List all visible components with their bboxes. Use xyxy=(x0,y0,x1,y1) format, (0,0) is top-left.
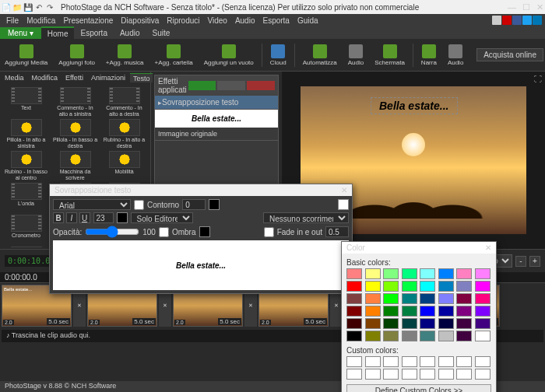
shadow-checkbox[interactable] xyxy=(159,227,169,237)
text-color-swatch[interactable] xyxy=(117,212,128,223)
custom-color-swatch[interactable] xyxy=(383,356,399,367)
color-swatch[interactable] xyxy=(383,293,399,304)
color-swatch[interactable] xyxy=(438,293,454,304)
color-swatch[interactable] xyxy=(456,331,472,341)
menu-video[interactable]: Video xyxy=(204,16,230,26)
tab-suite[interactable]: Suite xyxy=(146,27,177,39)
facebook-icon[interactable] xyxy=(512,16,522,25)
menu-audio[interactable]: Audio xyxy=(232,16,258,26)
maximize-button[interactable]: ☐ xyxy=(522,2,530,12)
tab-audio[interactable]: Audio xyxy=(114,27,146,39)
color-swatch[interactable] xyxy=(402,318,417,329)
menu-edit[interactable]: Modifica xyxy=(23,16,58,26)
color-swatch[interactable] xyxy=(383,318,399,329)
fx-item[interactable]: Pillola - In alto a sinistra xyxy=(3,119,49,148)
ribbon--agg-cartella[interactable]: +Agg. cartella xyxy=(152,43,196,68)
ribbon-automatizza[interactable]: Automatizza xyxy=(300,43,340,68)
text-dialog-preview[interactable]: Bella estate... xyxy=(53,240,349,290)
color-swatch[interactable] xyxy=(346,306,362,317)
define-colors-button[interactable]: Define Custom Colors >> xyxy=(346,384,491,392)
color-swatch[interactable] xyxy=(420,268,435,279)
color-swatch[interactable] xyxy=(383,268,399,279)
outline-color-swatch[interactable] xyxy=(209,199,220,210)
original-image-row[interactable]: Immagine originale xyxy=(155,128,278,141)
linkedin-icon[interactable] xyxy=(533,16,542,25)
qat-undo-icon[interactable]: ↶ xyxy=(34,2,44,12)
color-swatch[interactable] xyxy=(346,331,362,341)
color-swatch[interactable] xyxy=(456,293,472,304)
color-swatch[interactable] xyxy=(383,281,399,292)
color-swatch[interactable] xyxy=(456,306,472,317)
dialog-close-icon[interactable]: ✕ xyxy=(341,186,347,194)
color-swatch[interactable] xyxy=(438,318,454,329)
color-swatch[interactable] xyxy=(402,306,417,317)
italic-button[interactable]: I xyxy=(66,212,77,223)
side-tab-anim[interactable]: Animazioni xyxy=(88,73,128,82)
ribbon-schermata[interactable]: Schermata xyxy=(371,43,408,68)
outline-width-input[interactable] xyxy=(182,199,206,210)
ribbon--agg-musica[interactable]: +Agg. musica xyxy=(103,43,147,68)
color-swatch[interactable] xyxy=(402,331,417,341)
fx-item[interactable]: Rubino - In alto a destra xyxy=(101,119,147,148)
fx-item[interactable]: Cronometro xyxy=(3,215,49,243)
color-swatch[interactable] xyxy=(475,293,490,304)
custom-color-swatch[interactable] xyxy=(383,369,399,380)
remove-effect-icon[interactable] xyxy=(247,81,275,90)
custom-color-swatch[interactable] xyxy=(402,369,417,380)
color-swatch[interactable] xyxy=(420,331,435,341)
color-swatch[interactable] xyxy=(346,293,362,304)
custom-color-swatch[interactable] xyxy=(475,356,490,367)
color-swatch[interactable] xyxy=(456,281,472,292)
custom-color-swatch[interactable] xyxy=(402,356,417,367)
color-swatch[interactable] xyxy=(346,281,362,292)
youtube-icon[interactable] xyxy=(502,16,512,25)
editor-mode-select[interactable]: Solo Editore xyxy=(131,212,193,223)
color-swatch[interactable] xyxy=(456,318,472,329)
outline-checkbox[interactable] xyxy=(134,200,144,210)
minimize-button[interactable]: — xyxy=(508,2,516,12)
color-swatch[interactable] xyxy=(346,318,362,329)
flickr-icon[interactable] xyxy=(492,16,501,25)
fx-item[interactable]: Text xyxy=(3,87,49,116)
color-swatch[interactable] xyxy=(438,306,454,317)
custom-color-swatch[interactable] xyxy=(456,356,472,367)
underline-button[interactable]: U xyxy=(79,212,90,223)
color-swatch[interactable] xyxy=(402,293,417,304)
side-tab-edit[interactable]: Modifica xyxy=(29,73,62,82)
menu-dropdown[interactable]: Menu ▾ xyxy=(0,27,41,39)
menu-slide[interactable]: Diapositiva xyxy=(118,16,162,26)
bold-button[interactable]: B xyxy=(53,212,64,223)
custom-color-swatch[interactable] xyxy=(438,356,454,367)
color-swatch[interactable] xyxy=(365,318,381,329)
fx-item[interactable]: Pillola - In basso a destra xyxy=(52,119,98,148)
tab-export[interactable]: Esporta xyxy=(74,27,113,39)
ribbon-narra[interactable]: Narra xyxy=(418,43,440,68)
side-tab-effects[interactable]: Effetti xyxy=(62,73,86,82)
color-swatch[interactable] xyxy=(420,293,435,304)
color-swatch[interactable] xyxy=(475,318,490,329)
ribbon-aggiungi-un-vuoto[interactable]: Aggiungi un vuoto xyxy=(201,43,257,68)
color-swatch[interactable] xyxy=(438,331,454,341)
ribbon-audio[interactable]: Audio xyxy=(345,43,367,68)
font-select[interactable]: Arial xyxy=(53,199,131,210)
color-swatch[interactable] xyxy=(420,306,435,317)
fade-checkbox[interactable] xyxy=(264,227,274,237)
color-swatch[interactable] xyxy=(383,306,399,317)
color-swatch[interactable] xyxy=(475,306,490,317)
text-overlay[interactable]: Bella estate... xyxy=(371,97,458,114)
shadow-color-swatch[interactable] xyxy=(199,226,210,237)
effect-item[interactable]: ▸ Sovrapposizione testo xyxy=(155,96,278,110)
fx-item[interactable]: Mobilità xyxy=(101,151,147,180)
bg-color-swatch[interactable] xyxy=(338,199,349,210)
color-swatch[interactable] xyxy=(475,331,490,341)
color-swatch[interactable] xyxy=(402,281,417,292)
color-swatch[interactable] xyxy=(402,268,417,279)
side-tab-text[interactable]: Testo xyxy=(130,73,153,82)
color-swatch[interactable] xyxy=(365,306,381,317)
opacity-slider[interactable] xyxy=(85,226,139,238)
ribbon-audio[interactable]: Audio xyxy=(445,43,466,68)
zoom-in-icon[interactable]: + xyxy=(529,256,540,267)
effect-settings-icon[interactable] xyxy=(217,81,245,90)
fx-item[interactable]: Commento - In alto a destra xyxy=(101,87,147,116)
color-swatch[interactable] xyxy=(346,268,362,279)
